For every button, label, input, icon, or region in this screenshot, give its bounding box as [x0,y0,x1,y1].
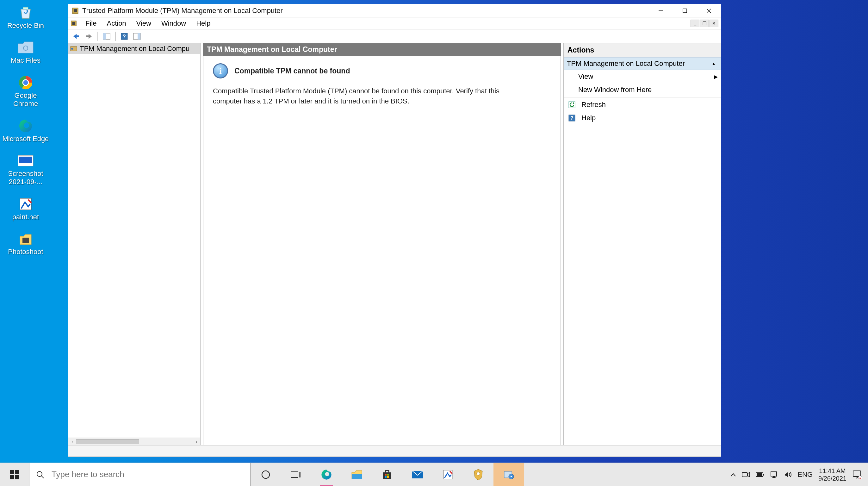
taskbar: ENG 11:41 AM 9/26/2021 1 [0,463,868,486]
svg-rect-40 [387,476,389,478]
menu-action[interactable]: Action [101,18,131,29]
divider [564,97,721,97]
svg-text:1: 1 [859,476,861,479]
tray-action-center-icon[interactable]: 1 [852,470,862,479]
svg-rect-54 [853,471,861,477]
desktop-icon-recycle-bin[interactable]: Recycle Bin [2,2,49,37]
action-label: View [578,72,593,81]
tray-clock[interactable]: 11:41 AM 9/26/2021 [818,467,846,482]
scroll-thumb[interactable] [76,439,139,444]
chevron-right-icon: ▶ [714,74,718,80]
desktop-icon-paintnet[interactable]: paint.net [2,193,49,228]
tray-overflow-icon[interactable] [731,473,736,477]
tree-hscrollbar[interactable]: ‹ › [68,437,200,445]
taskbar-search[interactable] [29,463,251,486]
taskbar-tpm-mmc[interactable] [493,463,524,486]
show-hide-action-button[interactable] [131,31,143,42]
maximize-button[interactable] [673,4,697,18]
tray-date: 9/26/2021 [818,475,846,482]
svg-text:?: ? [123,34,126,39]
tree-pane: TPM Management on Local Compu ‹ › [68,43,200,445]
edge-icon [17,118,34,133]
taskbar-task-view[interactable] [281,463,311,486]
tpm-window: Trusted Platform Module (TPM) Management… [68,4,721,457]
actions-pane: Actions TPM Management on Local Computer… [563,43,721,445]
svg-rect-52 [773,477,775,478]
center-body: i Compatible TPM cannot be found Compati… [203,56,561,445]
scroll-left-icon[interactable]: ‹ [68,438,76,446]
desktop-icon-photoshoot[interactable]: Photoshoot [2,228,49,263]
desktop-icon-mac-files[interactable]: Mac Files [2,37,49,71]
svg-rect-16 [76,35,79,37]
mdi-restore-button[interactable]: ❐ [700,20,709,27]
search-input[interactable] [52,469,244,479]
taskbar-paintnet[interactable] [433,463,463,486]
desktop-icon-label: Mac Files [2,56,49,65]
start-button[interactable] [0,463,29,486]
taskbar-icons [251,463,524,486]
svg-rect-35 [352,474,362,479]
toolbar: ? [68,29,721,43]
actions-section-label: TPM Management on Local Computer [567,59,685,68]
taskbar-file-explorer[interactable] [342,463,372,486]
refresh-icon [568,101,576,109]
action-label: Help [581,114,596,122]
help-button[interactable]: ? [118,31,130,42]
svg-rect-11 [683,9,687,13]
show-hide-tree-button[interactable] [101,31,113,42]
tray-time: 11:41 AM [818,467,846,475]
back-button[interactable] [70,31,82,42]
collapse-icon[interactable]: ▲ [710,60,718,67]
svg-point-31 [262,471,270,478]
info-icon: i [213,63,228,79]
action-new-window[interactable]: New Window from Here [564,83,721,96]
info-title: Compatible TPM cannot be found [235,67,350,75]
system-tray: ENG 11:41 AM 9/26/2021 1 [724,463,868,486]
minimize-button[interactable] [649,4,673,18]
taskbar-security[interactable] [463,463,493,486]
menu-window[interactable]: Window [156,18,191,29]
desktop-icon-screenshot[interactable]: Screenshot 2021-09-... [2,150,49,193]
taskbar-edge[interactable] [311,463,342,486]
tray-network-icon[interactable] [770,471,778,478]
menubar: File Action View Window Help ‗ ❐ ✕ [68,18,721,29]
tpm-app-icon [71,7,79,14]
action-refresh[interactable]: Refresh [564,98,721,111]
scroll-right-icon[interactable]: › [193,438,200,446]
action-label: New Window from Here [578,86,652,94]
paintnet-icon [17,196,34,212]
svg-point-29 [37,472,42,477]
statusbar [68,445,721,457]
svg-rect-49 [763,474,764,476]
center-pane: TPM Management on Local Computer i Compa… [203,43,561,445]
mdi-close-button[interactable]: ✕ [710,20,718,27]
svg-rect-38 [387,474,389,476]
action-help[interactable]: ? Help [564,111,721,125]
svg-rect-23 [137,33,141,39]
desktop-icon-label: Recycle Bin [2,22,49,30]
tray-language[interactable]: ENG [798,470,813,479]
tray-meet-now-icon[interactable] [742,472,750,478]
taskbar-mail[interactable] [402,463,433,486]
tray-volume-icon[interactable] [784,471,792,478]
forward-button[interactable] [83,31,95,42]
svg-point-25 [71,48,73,50]
close-button[interactable] [697,4,721,18]
tpm-node-icon [70,45,78,53]
taskbar-cortana[interactable] [251,463,281,486]
menu-view[interactable]: View [131,18,156,29]
taskbar-microsoft-store[interactable] [372,463,402,486]
svg-rect-46 [510,476,512,477]
actions-section-header[interactable]: TPM Management on Local Computer ▲ [564,57,721,70]
action-view[interactable]: View ▶ [564,70,721,83]
menu-help[interactable]: Help [191,18,215,29]
svg-rect-5 [19,157,32,163]
tree-item-tpm-root[interactable]: TPM Management on Local Compu [68,43,200,54]
menu-file[interactable]: File [80,18,101,29]
svg-rect-47 [742,473,747,477]
center-header: TPM Management on Local Computer [203,43,561,56]
desktop-icon-google-chrome[interactable]: Google Chrome [2,72,49,115]
desktop-icon-microsoft-edge[interactable]: Microsoft Edge [2,115,49,150]
mdi-minimize-button[interactable]: ‗ [690,20,700,27]
tray-battery-icon[interactable] [756,472,765,477]
